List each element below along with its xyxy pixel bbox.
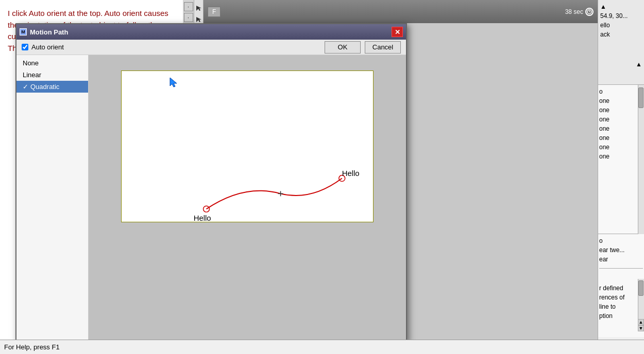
- arrow-tool-2[interactable]: [195, 15, 203, 24]
- text-tool[interactable]: A: [195, 27, 203, 35]
- rp-mid-row-6: one: [599, 133, 643, 143]
- time-display: 38 sec: [565, 8, 594, 16]
- instruction-text: I click Auto orient at the top. Auto ori…: [8, 8, 175, 54]
- right-scrollbar-thumb[interactable]: [638, 87, 643, 108]
- clock-icon: [585, 8, 594, 16]
- svg-point-12: [196, 119, 201, 124]
- svg-line-9: [196, 85, 201, 90]
- rp-lower-2: rences of: [599, 293, 643, 302]
- scrollbar-down-arrow[interactable]: ▼: [638, 325, 644, 331]
- rp-lower-3: line to: [599, 302, 643, 311]
- status-text: For Help, press F1: [4, 343, 60, 351]
- rp-mid-row-7: one: [599, 143, 643, 152]
- rp-lower-1: r defined: [599, 284, 643, 293]
- rp-top-row-1: ▲: [600, 2, 642, 11]
- rectangle-tool[interactable]: [195, 106, 203, 114]
- status-bar: For Help, press F1: [0, 340, 644, 354]
- small-circle-tool[interactable]: [195, 117, 203, 126]
- rp-bottom-row-3: ear: [599, 255, 643, 264]
- minus-tool[interactable]: −: [195, 140, 203, 148]
- toolbar-btn-3[interactable]: ·: [184, 24, 193, 33]
- svg-marker-3: [196, 6, 201, 11]
- rp-mid-row-8: one: [599, 152, 643, 161]
- toolbar-btn-1[interactable]: ·: [184, 2, 193, 11]
- rp-mid-row-5: one: [599, 124, 643, 133]
- right-panel-mid: o one one one one one one one: [598, 85, 644, 234]
- rp-bottom-row-2: ear twe...: [599, 245, 643, 255]
- right-scrollbar-bottom-thumb[interactable]: [638, 280, 643, 296]
- image-tool-1[interactable]: [195, 38, 203, 46]
- toolbar-strip: · · ·: [183, 0, 194, 340]
- rp-scrollbar-arrow-up[interactable]: ▲: [600, 60, 642, 69]
- plus-tool[interactable]: +: [195, 129, 203, 137]
- svg-point-10: [196, 96, 202, 102]
- right-panel-top: ▲ 54.9, 30... ello ack ▲: [598, 0, 644, 85]
- arrow-tool-1[interactable]: [195, 4, 203, 12]
- svg-rect-11: [196, 108, 201, 113]
- rp-top-row-4: ack: [600, 30, 642, 39]
- time-value: 38 sec: [565, 8, 583, 15]
- rp-top-row-3: ello: [600, 21, 642, 30]
- scrollbar-up-arrow[interactable]: ▲: [638, 319, 644, 325]
- play-tool[interactable]: [195, 72, 203, 80]
- rp-top-row-2: 54.9, 30...: [600, 11, 642, 21]
- rp-mid-row-2: one: [599, 96, 643, 105]
- rp-lower-4: ption: [599, 311, 643, 321]
- header-tab[interactable]: F: [208, 7, 221, 17]
- main-area: F 38 sec · · · A: [183, 0, 598, 340]
- svg-marker-8: [198, 75, 200, 78]
- image-tool-2[interactable]: [195, 49, 203, 58]
- svg-marker-4: [196, 17, 201, 22]
- right-scrollbar-track[interactable]: [638, 85, 644, 234]
- hand-tool[interactable]: [195, 61, 203, 69]
- rp-bottom-row-1: o: [599, 236, 643, 245]
- main-header: F 38 sec: [204, 0, 598, 23]
- tool-panel: A + −: [194, 0, 204, 340]
- instruction-panel: I click Auto orient at the top. Auto ori…: [0, 0, 183, 340]
- line-tool[interactable]: [195, 83, 203, 92]
- right-panel-bottom: o ear twe... ear r defined rences of lin…: [598, 234, 644, 337]
- rp-mid-row-3: one: [599, 105, 643, 115]
- right-panel: ▲ 54.9, 30... ello ack ▲ o one one one o…: [598, 0, 644, 340]
- circle-tool[interactable]: [195, 95, 203, 103]
- rp-mid-row-1: o: [599, 87, 643, 96]
- toolbar-btn-2[interactable]: ·: [184, 13, 193, 22]
- rp-mid-row-4: one: [599, 115, 643, 124]
- right-scrollbar-bottom[interactable]: [638, 279, 644, 325]
